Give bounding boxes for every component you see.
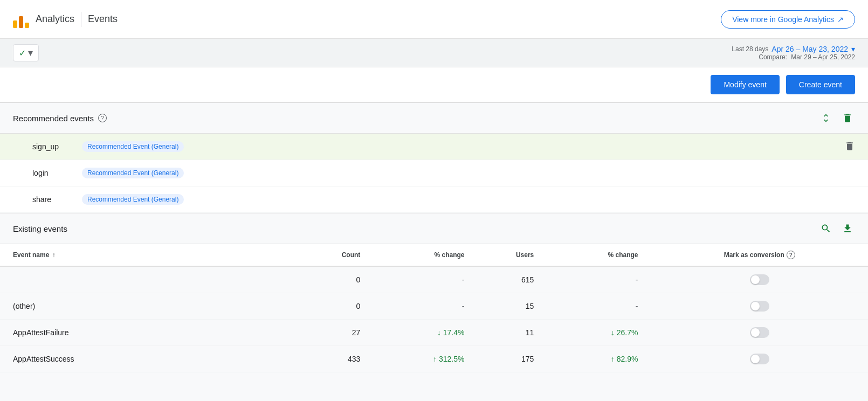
cell-conversion-0[interactable] [651,266,868,293]
download-svg-icon [842,223,853,234]
th-mark-conversion-label: Mark as conversion [724,251,784,259]
cell-users-change-0: - [547,266,651,293]
event-row-signup: sign_up Recommended Event (General) [0,134,868,160]
table-row: (other)0-15- [0,293,868,320]
date-range-value[interactable]: Apr 26 – May 23, 2022 [771,45,848,53]
cell-users-0: 615 [477,266,547,293]
cell-event-name-2: AppAttestFailure [0,320,304,346]
existing-section-actions [818,221,855,236]
toolbar-left: ✓ ▾ [13,44,39,61]
events-table: Event name ↑ Count % change Users % chan… [0,244,868,372]
cell-conversion-2[interactable] [651,320,868,346]
last-days-label: Last 28 days [732,45,768,53]
search-svg-icon [821,223,831,234]
event-row-share: share Recommended Event (General) [0,186,868,213]
checkmark-icon: ✓ [19,48,26,58]
cell-users-1: 15 [477,293,547,320]
conversion-toggle-0[interactable] [750,274,769,285]
delete-icon-button[interactable] [840,110,855,126]
existing-section-header: Existing events [0,213,868,244]
recommended-help-icon[interactable]: ? [98,114,107,122]
date-compare-row: Compare: Mar 29 – Apr 25, 2022 [759,53,855,61]
cell-count-0: 0 [304,266,374,293]
header-events-title: Events [88,13,118,25]
table-row: AppAttestSuccess433↑312.5%175↑82.9% [0,346,868,372]
sort-icon-button[interactable] [818,110,833,126]
event-name-share: share [32,195,75,204]
trash-svg-icon [842,113,853,123]
table-row: 0-615- [0,266,868,293]
cell-users-3: 175 [477,346,547,372]
cell-event-name-0 [0,266,304,293]
search-icon-button[interactable] [818,221,833,236]
cell-count-change-0: - [373,266,477,293]
header-divider [81,12,81,27]
filter-button[interactable]: ✓ ▾ [13,44,39,61]
recommended-events-title: Recommended events [13,114,94,123]
external-link-icon: ↗ [837,15,844,24]
date-dropdown-icon[interactable]: ▾ [851,45,855,53]
th-mark-conversion: Mark as conversion ? [651,244,868,266]
cell-count-1: 0 [304,293,374,320]
delete-row-signup-icon[interactable] [844,141,855,153]
view-more-label: View more in Google Analytics [732,15,834,24]
action-row: Modify event Create event [0,67,868,102]
table-row: AppAttestFailure27↓17.4%11↓26.7% [0,320,868,346]
sort-asc-icon: ↑ [52,251,56,259]
create-event-button[interactable]: Create event [786,75,855,94]
event-tag-share: Recommended Event (General) [82,194,184,205]
download-icon-button[interactable] [840,221,855,236]
cell-conversion-1[interactable] [651,293,868,320]
cell-event-name-3: AppAttestSuccess [0,346,304,372]
conversion-toggle-3[interactable] [750,354,769,364]
cell-event-name-1: (other) [0,293,304,320]
cell-count-3: 433 [304,346,374,372]
sort-svg-icon [821,113,831,123]
event-name-signup: sign_up [32,142,75,151]
cell-count-change-3: ↑312.5% [373,346,477,372]
conversion-toggle-1[interactable] [750,301,769,312]
cell-users-change-2: ↓26.7% [547,320,651,346]
event-name-login: login [32,169,75,177]
cell-count-change-1: - [373,293,477,320]
cell-users-2: 11 [477,320,547,346]
existing-events-title-group: Existing events [13,224,67,233]
cell-conversion-3[interactable] [651,346,868,372]
existing-events-title: Existing events [13,224,67,233]
cell-users-change-1: - [547,293,651,320]
toolbar: ✓ ▾ Last 28 days Apr 26 – May 23, 2022 ▾… [0,39,868,67]
th-event-name-label: Event name [13,251,49,259]
chevron-down-icon: ▾ [28,47,33,59]
modify-event-button[interactable]: Modify event [711,75,779,94]
header-analytics-title: Analytics [36,13,74,25]
cell-count-change-2: ↓17.4% [373,320,477,346]
table-header-row: Event name ↑ Count % change Users % chan… [0,244,868,266]
app-header: Analytics Events View more in Google Ana… [0,0,868,39]
cell-users-change-3: ↑82.9% [547,346,651,372]
conversion-toggle-2[interactable] [750,327,769,338]
date-range-row: Last 28 days Apr 26 – May 23, 2022 ▾ [732,45,855,53]
recommended-section-header: Recommended events ? [0,102,868,134]
th-count-change: % change [373,244,477,266]
logo-bar-2 [19,16,23,28]
logo-bar-1 [13,20,17,28]
compare-label: Compare: [759,53,787,61]
compare-range: Mar 29 – Apr 25, 2022 [791,53,855,61]
event-tag-signup: Recommended Event (General) [82,141,184,152]
analytics-logo [13,11,29,28]
toolbar-right: Last 28 days Apr 26 – May 23, 2022 ▾ Com… [732,45,855,61]
th-users-change: % change [547,244,651,266]
th-count: Count [304,244,374,266]
recommended-title-group: Recommended events ? [13,114,107,123]
recommended-section-actions [818,110,855,126]
logo-bar-3 [25,23,29,28]
event-row-login: login Recommended Event (General) [0,160,868,186]
header-left: Analytics Events [13,11,118,28]
conversion-help-icon[interactable]: ? [787,251,795,259]
cell-count-2: 27 [304,320,374,346]
event-tag-login: Recommended Event (General) [82,168,184,178]
th-users: Users [477,244,547,266]
th-event-name[interactable]: Event name ↑ [0,244,304,266]
view-more-button[interactable]: View more in Google Analytics ↗ [721,10,855,29]
